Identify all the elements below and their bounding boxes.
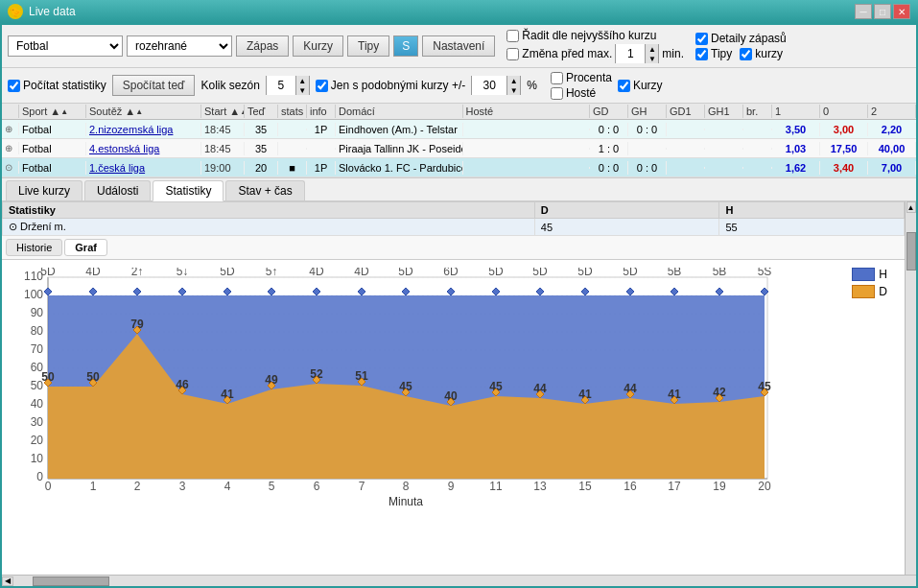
jen-input[interactable] [472, 76, 506, 95]
td-odd2: 40,00 [868, 142, 916, 155]
kurzy2-checkbox-label[interactable]: kurzy [740, 47, 783, 60]
th-info: info [307, 105, 336, 118]
th-sport[interactable]: Sport ▲ [19, 105, 86, 118]
sub-tab-historie[interactable]: Historie [6, 239, 62, 256]
stats-th-label: Statistiky [3, 202, 535, 219]
content-area: Sport ▲ Soutěž ▲ Start ▲ Teď stats info … [2, 104, 916, 586]
hoste-checkbox[interactable] [551, 87, 563, 100]
close-button[interactable]: ✕ [893, 4, 910, 19]
zmena-down[interactable]: ▼ [645, 54, 658, 63]
kolik-up[interactable]: ▲ [295, 76, 309, 85]
table-row[interactable]: ⊙ Fotbal 1.česká liga 19:00 20 ■ 1P Slov… [2, 158, 916, 177]
status-dropdown[interactable]: rozehrané všechny [127, 35, 232, 57]
legend-box-d [852, 285, 875, 298]
td-soutez[interactable]: 1.česká liga [86, 161, 201, 175]
jen-spinner[interactable]: ▲ ▼ [471, 76, 521, 95]
detaily-checkbox-label[interactable]: Detaily zápasů [695, 32, 787, 45]
expand-btn[interactable]: ⊕ [2, 123, 19, 135]
jen-up[interactable]: ▲ [506, 76, 520, 85]
td-odd2: 7,00 [868, 161, 916, 175]
maximize-button[interactable]: □ [874, 4, 891, 19]
table-row[interactable]: ⊕ Fotbal 2.nizozemská liga 18:45 35 1P E… [2, 120, 916, 139]
td-sport: Fotbal [19, 123, 86, 136]
nastaveni-button[interactable]: Nastavení [422, 35, 495, 57]
jen-checkbox-label[interactable]: Jen s podobnými kurzy +/- [316, 79, 465, 92]
table-row[interactable]: ⊕ Fotbal 4.estonská liga 18:45 35 Piraaj… [2, 139, 916, 158]
zmena-checkbox[interactable] [506, 48, 519, 60]
th-br: br. [743, 105, 772, 118]
minimize-button[interactable]: ─ [855, 4, 872, 19]
scroll-thumb[interactable] [906, 232, 916, 270]
jen-down[interactable]: ▼ [506, 85, 520, 95]
tab-udalosti[interactable]: Události [84, 180, 151, 200]
zmena-checkbox-label[interactable]: Změna před max. ▲ ▼ min. [506, 44, 684, 63]
pocitat-checkbox-label[interactable]: Počítat statistiky [8, 79, 106, 92]
scrollbar-right[interactable]: ▲ [905, 201, 916, 575]
td-br [743, 148, 772, 150]
tab-live-kurzy[interactable]: Live kurzy [6, 180, 82, 200]
td-info: 1P [307, 123, 336, 136]
zapas-button[interactable]: Zápas [236, 35, 289, 57]
detaily-checkbox[interactable] [695, 33, 708, 45]
radit-checkbox[interactable] [506, 30, 519, 42]
scroll-up-btn[interactable]: ▲ [906, 201, 916, 213]
kurzy3-checkbox[interactable] [618, 80, 630, 92]
sub-tab-graf[interactable]: Graf [64, 239, 107, 256]
th-start[interactable]: Start ▲ [201, 105, 245, 118]
svg-text:4D: 4D [85, 268, 101, 278]
expand-btn[interactable]: ⊙ [2, 161, 19, 174]
procenta-checkbox-label[interactable]: Procenta [551, 71, 612, 84]
legend-h-label: H [879, 268, 887, 281]
radit-checkbox-label[interactable]: Řadit dle nejvyššího kurzu [506, 29, 684, 42]
detail-tabs-bar: Live kurzy Události Statistiky Stav + ča… [2, 178, 916, 201]
toolbar2: Počítat statistiky Spočítat teď Kolik se… [2, 68, 916, 104]
svg-text:10: 10 [31, 452, 44, 465]
kolik-spinner[interactable]: ▲ ▼ [266, 76, 310, 95]
svg-text:6D: 6D [443, 268, 459, 278]
s-button[interactable]: S [393, 35, 418, 57]
procenta-checkbox[interactable] [551, 72, 563, 84]
stats-row[interactable]: ⊙ Držení m. 45 55 [3, 219, 905, 236]
th-gd1: GD1 [667, 105, 705, 118]
pocitat-checkbox[interactable] [8, 80, 20, 92]
sport-dropdown[interactable]: Fotbal Tenis [8, 35, 123, 57]
spocitat-button[interactable]: Spočítat teď [112, 75, 196, 96]
tipy2-checkbox[interactable] [695, 48, 708, 60]
scroll-h-thumb[interactable] [33, 576, 109, 586]
legend-box-h [852, 268, 875, 281]
svg-text:4D: 4D [354, 268, 369, 278]
expand-btn[interactable]: ⊕ [2, 142, 19, 154]
svg-text:20: 20 [31, 434, 44, 447]
chart-area: H D [2, 260, 905, 525]
main-area: Sport ▲ Soutěž ▲ Start ▲ Teď stats info … [2, 104, 916, 586]
svg-text:11: 11 [489, 480, 503, 493]
hoste-checkbox-label[interactable]: Hosté [551, 86, 612, 100]
svg-text:20: 20 [758, 480, 771, 493]
td-soutez[interactable]: 2.nizozemská liga [86, 123, 201, 136]
th-gh1: GH1 [705, 105, 743, 118]
tipy2-checkbox-label[interactable]: Tipy [695, 47, 732, 60]
svg-text:15: 15 [578, 480, 592, 493]
svg-text:0: 0 [45, 480, 52, 493]
zmena-input[interactable] [616, 44, 645, 63]
kurzy3-checkbox-label[interactable]: Kurzy [618, 79, 663, 92]
kolik-input[interactable] [267, 76, 295, 95]
td-soutez[interactable]: 4.estonská liga [86, 142, 201, 155]
td-odd0: 17,50 [820, 142, 868, 155]
tab-statistiky[interactable]: Statistiky [153, 180, 224, 201]
tipy-button[interactable]: Tipy [347, 35, 389, 57]
kurzy2-checkbox[interactable] [740, 48, 752, 60]
tab-stav-cas[interactable]: Stav + čas [225, 180, 304, 200]
svg-text:16: 16 [624, 480, 637, 493]
td-stats [278, 129, 307, 130]
th-soutez[interactable]: Soutěž ▲ [86, 105, 201, 118]
zmena-spinner[interactable]: ▲ ▼ [615, 44, 659, 63]
scroll-left-btn[interactable]: ◀ [2, 576, 13, 586]
jen-checkbox[interactable] [316, 80, 328, 92]
bottom-scrollbar[interactable]: ◀ [2, 575, 916, 586]
details-panel: Live kurzy Události Statistiky Stav + ča… [2, 177, 916, 586]
zmena-up[interactable]: ▲ [645, 44, 658, 54]
legend-d-label: D [879, 285, 887, 298]
kurzy-button[interactable]: Kurzy [293, 35, 343, 57]
kolik-down[interactable]: ▼ [295, 85, 309, 95]
